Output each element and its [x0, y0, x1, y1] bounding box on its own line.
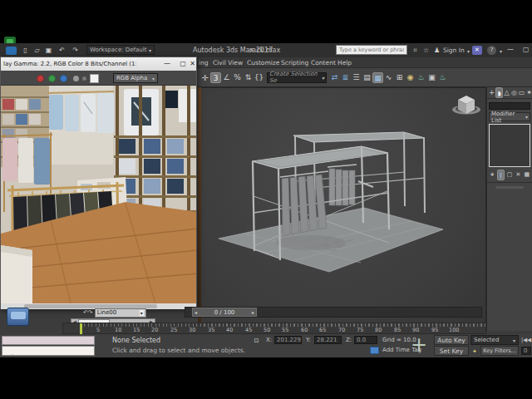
track-bar[interactable]: 5 10 15 20 25 30 35 40 45 50 55 60 65 70… [62, 323, 486, 334]
workspace-dropdown[interactable]: Workspace: Default▾ [86, 45, 155, 55]
frame-tick-label: 75 [357, 327, 363, 333]
render-production-icon[interactable]: ♨ [437, 72, 448, 83]
key-selected-dropdown[interactable]: Selected▾ [470, 335, 519, 345]
time-slider[interactable]: ◂ 0 / 100 ▸ [185, 307, 482, 318]
angle-snap-icon[interactable]: ∠ [221, 72, 232, 83]
layer-manager-icon[interactable]: ☰ [351, 72, 362, 83]
selection-lock-icon[interactable]: ⊡ [252, 336, 261, 347]
render-maximize-button[interactable]: ▢ [176, 59, 190, 69]
select-and-move-icon[interactable]: ✛ [200, 72, 210, 83]
time-tag-icon[interactable] [370, 347, 379, 354]
mirror-icon[interactable]: ⇄ [329, 72, 340, 83]
sign-in-link[interactable]: Sign In [443, 47, 465, 54]
x-label: X: [266, 337, 272, 343]
loop-icons[interactable]: ↶↷ [83, 309, 93, 316]
snaps-toggle-icon[interactable]: 3 [210, 72, 221, 83]
menu-content[interactable]: Content [311, 59, 336, 66]
time-slider-handle[interactable]: ◂ 0 / 100 ▸ [192, 308, 257, 317]
z-label: Z: [346, 337, 352, 343]
help-icon[interactable]: ? [487, 46, 496, 55]
pin-stack-button[interactable]: ∗ [489, 170, 496, 180]
go-to-start-button[interactable]: |◀◀ [521, 337, 531, 343]
utilities-tab[interactable]: ✶ [525, 87, 532, 98]
set-key-button[interactable]: Set Key [434, 346, 469, 356]
key-filters-button[interactable]: Key Filters... [480, 346, 519, 356]
curve-editor-icon[interactable]: ∿ [383, 72, 394, 83]
chevron-down-icon[interactable]: ▾ [467, 48, 470, 54]
display-tab[interactable]: ▭ [518, 87, 525, 98]
user-icon[interactable]: ♟ [431, 45, 442, 56]
align-icon[interactable]: ≣ [340, 72, 351, 83]
save-file-icon[interactable]: ▣ [43, 45, 54, 56]
selection-set-combo[interactable]: Create Selection Se▾ [267, 72, 327, 83]
menu-rendering[interactable]: ing [199, 59, 209, 66]
configure-modifier-button[interactable]: ▦ [523, 170, 530, 180]
create-tab[interactable]: + [488, 87, 495, 98]
spinner-snap-icon[interactable]: ⇅ [243, 72, 254, 83]
render-window-title-bar[interactable]: lay Gamma: 2.2, RGB Color 8 Bits/Channel… [1, 57, 196, 71]
current-frame-marker[interactable] [80, 323, 82, 334]
app-logo-icon[interactable] [6, 47, 17, 55]
prev-frame-nub[interactable]: ◂ [195, 309, 197, 315]
search-input[interactable] [336, 45, 407, 55]
schematic-view-icon[interactable]: ⊞ [394, 72, 405, 83]
menu-help[interactable]: Help [337, 59, 352, 66]
percent-snap-icon[interactable]: % [232, 72, 243, 83]
undo-icon[interactable]: ↶ [57, 45, 67, 56]
chevron-down-icon: ▾ [149, 47, 151, 53]
named-selection-sets-icon[interactable]: {} [254, 72, 264, 83]
object-name-field[interactable] [489, 102, 530, 110]
perspective-viewport[interactable] [198, 87, 486, 324]
modify-tab[interactable]: ◗ [495, 87, 503, 98]
chevron-down-icon[interactable]: ▾ [500, 48, 502, 54]
motion-tab[interactable]: ◎ [510, 87, 518, 98]
render-close-button[interactable]: ✕ [189, 59, 196, 69]
z-coordinate-field[interactable]: 0.0 [354, 336, 377, 344]
macro-recorder-pane[interactable] [2, 336, 95, 345]
new-file-icon[interactable]: ▯ [20, 45, 31, 56]
next-frame-nub[interactable]: ▸ [252, 309, 254, 315]
favorites-icon[interactable]: ☆ [421, 45, 431, 56]
view-cube[interactable] [452, 96, 480, 115]
time-slider-label: 0 / 100 [214, 309, 235, 316]
ribbon-toggle-icon[interactable]: ▦ [372, 72, 383, 83]
communication-center-icon[interactable]: ✕ [472, 46, 482, 55]
minimize-button[interactable]: — [507, 46, 514, 53]
green-channel-icon[interactable] [48, 75, 56, 82]
blue-channel-icon[interactable] [60, 75, 67, 82]
scene-explorer-icon[interactable]: ▤ [362, 72, 372, 83]
maxscript-listener-pane[interactable]: Welcome to M [2, 346, 95, 356]
auto-key-button[interactable]: Auto Key [434, 335, 469, 345]
line-dropdown[interactable]: Line00 ▾ [95, 308, 146, 318]
modifier-stack[interactable] [489, 124, 530, 167]
y-label: Y: [306, 337, 311, 343]
channel-display-dropdown[interactable]: RGB Alpha▾ [113, 73, 158, 83]
current-frame-field[interactable]: 0 [521, 347, 531, 355]
menu-scripting[interactable]: Scripting [281, 59, 308, 66]
menu-civil-view[interactable]: Civil View [213, 59, 243, 66]
hierarchy-tab[interactable]: △ [503, 87, 510, 98]
x-coordinate-field[interactable]: 201.229 [274, 336, 302, 344]
rendered-frame-window-icon[interactable]: ▣ [426, 72, 437, 83]
mono-channel-icon[interactable] [73, 76, 79, 81]
redo-icon[interactable]: ↷ [70, 45, 81, 56]
show-end-result-button[interactable]: ∥ [497, 170, 505, 180]
blue-panel-icon[interactable] [7, 308, 29, 326]
alpha-channel-icon[interactable] [90, 74, 99, 83]
y-coordinate-field[interactable]: 28.221 [314, 336, 342, 344]
clamp-colors-icon[interactable] [82, 76, 86, 81]
set-keys-icon[interactable]: ✦ [470, 347, 479, 357]
render-setup-icon[interactable]: ♨ [416, 72, 426, 83]
material-editor-icon[interactable]: ◉ [405, 72, 416, 83]
modifier-list-dropdown[interactable]: Modifier List▾ [489, 112, 530, 121]
render-minimize-button[interactable]: — [160, 59, 174, 69]
viewport-scene [199, 88, 485, 323]
make-unique-button[interactable]: ▢ [505, 170, 513, 180]
big-plus-icon[interactable]: + [406, 334, 431, 357]
open-file-icon[interactable]: ▱ [32, 45, 42, 56]
search-icon[interactable]: ⌗ [410, 45, 421, 56]
maximize-button[interactable]: ▢ [523, 46, 530, 53]
red-channel-icon[interactable] [37, 75, 44, 82]
menu-customize[interactable]: Customize [247, 59, 279, 66]
remove-modifier-button[interactable]: ✕ [515, 170, 522, 180]
